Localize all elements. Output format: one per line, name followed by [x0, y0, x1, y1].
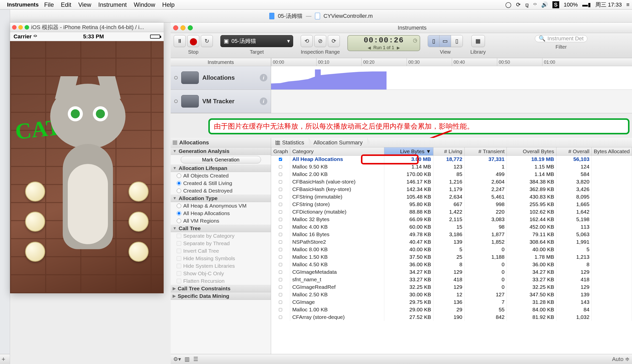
radio-heap-anon-vm[interactable]: All Heap & Anonymous VM [171, 202, 271, 210]
table-row[interactable]: CFString (immutable)105.48 KB2,6345,4614… [271, 193, 632, 201]
table-row[interactable]: Malloc 32 Bytes66.09 KB2,1153,083162.44 … [271, 216, 632, 223]
row-checkbox[interactable] [271, 201, 290, 208]
breadcrumb-summary[interactable]: Allocation Summary [309, 138, 367, 147]
bluetooth-icon[interactable]: ⚼ [525, 2, 529, 8]
table-row[interactable]: CFString (store)95.80 KB667998255.95 KB1… [271, 201, 632, 208]
col-overall[interactable]: # Overall [556, 147, 592, 155]
clock[interactable]: 周三 17:33 [595, 1, 622, 9]
section-call-tree[interactable]: ▼Call Tree [171, 225, 271, 232]
table-row[interactable]: CGImageMetadata34.27 KB129034.27 KB129 [271, 268, 632, 276]
table-row[interactable]: Malloc 8.00 KB40.00 KB5040.00 KB5 [271, 246, 632, 253]
col-category[interactable]: Category [290, 147, 384, 155]
pause-button[interactable]: ⏸ [174, 35, 186, 47]
table-row[interactable]: Malloc 1.00 KB29.00 KB295584.00 KB84 [271, 306, 632, 313]
view-icon-2[interactable]: ☰ [193, 356, 198, 362]
volume-icon[interactable]: 🔊 [541, 2, 548, 8]
game-button-4[interactable] [129, 181, 149, 202]
time-ruler[interactable]: 00:00 00:10 00:20 00:30 00:40 00:50 01:0… [271, 58, 632, 66]
row-checkbox[interactable] [271, 283, 290, 291]
minimize-icon[interactable] [180, 25, 185, 30]
run-next-button[interactable]: ▶ [397, 45, 400, 50]
menu-window[interactable]: Window [134, 1, 155, 8]
disclosure-icon[interactable] [174, 76, 178, 79]
zoom-icon[interactable] [25, 25, 29, 30]
allocations-graph[interactable] [271, 66, 632, 90]
section-alloc-type[interactable]: ▼Allocation Type [171, 195, 271, 202]
row-checkbox[interactable] [271, 163, 290, 170]
table-row[interactable]: All Heap Allocations3.00 MB18,77237,3311… [271, 155, 632, 163]
row-checkbox[interactable] [271, 246, 290, 253]
sync-icon[interactable]: ⟳ [516, 2, 521, 8]
simulator-titlebar[interactable]: iOS 模拟器 - iPhone Retina (4-inch 64-bit) … [10, 23, 164, 32]
info-icon[interactable]: i [260, 98, 267, 105]
track-allocations[interactable]: Allocations i [171, 66, 271, 90]
table-row[interactable]: Malloc 16 Bytes49.78 KB3,1861,87779.11 K… [271, 231, 632, 238]
radio-still-living[interactable]: Created & Still Living [171, 179, 271, 187]
breadcrumb-statistics[interactable]: Statistics [271, 138, 309, 147]
view-bottom-pane[interactable]: ▭ [439, 35, 451, 47]
radio-destroyed[interactable]: Created & Destroyed [171, 187, 271, 195]
game-button-2[interactable] [25, 212, 45, 232]
run-prev-button[interactable]: ◀ [368, 45, 371, 50]
vm-tracker-graph[interactable] [271, 90, 632, 113]
col-bytes-allocated[interactable]: Bytes Allocated [592, 147, 632, 155]
notification-icon[interactable]: ◯ [505, 2, 512, 8]
gear-icon[interactable]: ⚙▾ [173, 356, 181, 362]
col-transient[interactable]: # Transient [464, 147, 507, 155]
radio-all-objects[interactable]: All Objects Created [171, 172, 271, 179]
row-checkbox[interactable] [271, 170, 290, 178]
row-checkbox[interactable] [271, 193, 290, 201]
row-checkbox[interactable] [271, 216, 290, 223]
tom-cat[interactable] [40, 84, 136, 289]
range-clear-button[interactable]: ⊘ [314, 35, 326, 47]
table-row[interactable]: CFBasicHash (key-store)142.34 KB1,1792,2… [271, 186, 632, 193]
view-segmented[interactable]: ▯ ▭ ▯ [428, 35, 463, 47]
view-icon-1[interactable]: ▥ [184, 356, 190, 362]
row-checkbox[interactable] [271, 291, 290, 298]
range-left-button[interactable]: ⟲ [301, 35, 313, 47]
col-overall-bytes[interactable]: Overall Bytes [507, 147, 556, 155]
radio-vm-regions[interactable]: All VM Regions [171, 217, 271, 225]
table-row[interactable]: sfnt_name_t33.27 KB418033.27 KB418 [271, 276, 632, 283]
close-icon[interactable] [12, 25, 17, 30]
library-button[interactable]: ▦ [471, 35, 485, 47]
view-left-pane[interactable]: ▯ [428, 35, 439, 47]
table-row[interactable]: CFDictionary (mutable)88.88 KB1,42222010… [271, 208, 632, 216]
search-input[interactable]: 🔍 Instrument Det [535, 35, 587, 42]
target-selector[interactable]: ▣ 05-汤姆猫 ▾ [220, 35, 293, 47]
row-checkbox[interactable] [271, 238, 290, 246]
add-icon[interactable]: + [2, 355, 5, 363]
instruments-titlebar[interactable]: Instruments [171, 23, 632, 33]
menu-instrument[interactable]: Instrument [98, 1, 127, 8]
loop-button[interactable]: ↻ [201, 35, 213, 47]
close-icon[interactable] [173, 25, 178, 30]
table-row[interactable]: CGImageReadRef32.25 KB129032.25 KB129 [271, 283, 632, 291]
table-row[interactable]: Malloc 4.00 KB60.00 KB1598452.00 KB113 [271, 223, 632, 231]
sim-content[interactable]: CAT [10, 41, 164, 293]
table-row[interactable]: Malloc 2.00 KB170.00 KB854991.14 MB584 [271, 170, 632, 178]
table-row[interactable]: NSPathStore240.47 KB1391,852308.64 KB1,9… [271, 238, 632, 246]
view-right-pane[interactable]: ▯ [451, 35, 463, 47]
game-button-6[interactable] [129, 242, 149, 262]
menu-help[interactable]: Help [162, 1, 174, 8]
table-row[interactable]: Malloc 9.50 KB1.14 MB12311.15 MB124 [271, 163, 632, 170]
section-generation[interactable]: ▼Generation Analysis [171, 147, 271, 155]
col-living[interactable]: # Living [433, 147, 464, 155]
record-button[interactable]: ⬤ [187, 35, 199, 47]
game-button-1[interactable] [25, 181, 45, 202]
row-checkbox[interactable] [271, 298, 290, 306]
disclosure-icon[interactable] [174, 100, 178, 103]
table-row[interactable]: Malloc 2.50 KB30.00 KB12127347.50 KB139 [271, 291, 632, 298]
row-checkbox[interactable] [271, 313, 290, 321]
row-checkbox[interactable] [271, 223, 290, 231]
row-checkbox[interactable] [271, 276, 290, 283]
auto-label[interactable]: Auto ≑ [612, 356, 629, 362]
track-vm-tracker[interactable]: VM Tracker i [171, 90, 271, 113]
menu-file[interactable]: File [44, 1, 54, 8]
zoom-icon[interactable] [188, 25, 193, 30]
col-live-bytes[interactable]: Live Bytes ▼ [384, 147, 433, 155]
allocation-table[interactable]: Graph Category Live Bytes ▼ # Living # T… [271, 147, 632, 321]
mark-generation-button[interactable]: Mark Generation [181, 156, 261, 163]
table-row[interactable]: CFBasicHash (value-store)146.17 KB1,2162… [271, 178, 632, 186]
radio-heap-allocations[interactable]: All Heap Allocations [171, 210, 271, 217]
